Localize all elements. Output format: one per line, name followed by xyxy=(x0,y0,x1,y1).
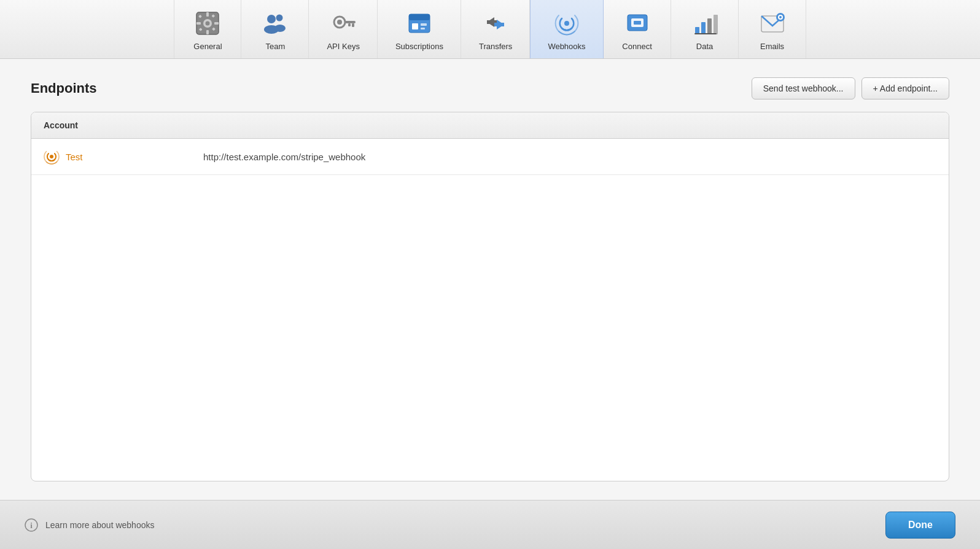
svg-point-14 xyxy=(274,25,286,32)
nav-label-general: General xyxy=(193,42,222,51)
nav-label-connect: Connect xyxy=(622,42,651,51)
table-empty-space xyxy=(31,175,949,347)
send-test-webhook-button[interactable]: Send test webhook... xyxy=(752,77,855,99)
nav-label-team: Team xyxy=(266,42,286,51)
svg-rect-18 xyxy=(352,23,354,27)
nav-label-subscriptions: Subscriptions xyxy=(395,42,443,51)
endpoint-name-link[interactable]: Test xyxy=(66,152,83,162)
emails-icon xyxy=(758,9,787,38)
team-icon xyxy=(260,9,290,38)
svg-point-29 xyxy=(564,21,569,26)
svg-rect-21 xyxy=(409,14,430,20)
svg-rect-4 xyxy=(206,30,209,34)
svg-rect-34 xyxy=(701,22,706,34)
footer-info: i Learn more about webhooks xyxy=(25,518,154,532)
nav-label-data: Data xyxy=(696,42,713,51)
connect-icon xyxy=(623,9,652,38)
nav-item-transfers[interactable]: Transfers xyxy=(461,0,530,58)
svg-rect-24 xyxy=(421,28,425,29)
footer-info-text: Learn more about webhooks xyxy=(45,520,154,530)
svg-rect-35 xyxy=(707,18,712,34)
section-header: Endpoints Send test webhook... + Add end… xyxy=(31,77,949,99)
svg-rect-28 xyxy=(494,23,504,26)
table-header: Account xyxy=(31,112,949,139)
api-keys-icon xyxy=(329,9,358,38)
svg-point-16 xyxy=(337,20,342,25)
webhook-signal-icon xyxy=(44,149,60,165)
header-actions: Send test webhook... + Add endpoint... xyxy=(752,77,949,99)
nav-label-emails: Emails xyxy=(760,42,784,51)
nav-item-api-keys[interactable]: API Keys xyxy=(309,0,377,58)
svg-rect-36 xyxy=(714,15,718,34)
nav-item-connect[interactable]: Connect xyxy=(604,0,671,58)
webhooks-icon xyxy=(552,9,581,38)
top-navigation: General Team API Keys xyxy=(0,0,980,59)
svg-point-11 xyxy=(267,15,276,23)
data-icon xyxy=(690,9,720,38)
svg-rect-5 xyxy=(196,22,201,25)
table-row[interactable]: Test http://test.example.com/stripe_webh… xyxy=(31,139,949,175)
nav-item-data[interactable]: Data xyxy=(671,0,739,58)
svg-rect-19 xyxy=(348,23,351,26)
svg-rect-32 xyxy=(634,21,641,25)
svg-point-2 xyxy=(206,21,210,26)
info-icon: i xyxy=(25,518,38,532)
svg-rect-23 xyxy=(421,23,427,26)
nav-item-subscriptions[interactable]: Subscriptions xyxy=(378,0,461,58)
svg-text:i: i xyxy=(30,521,33,530)
svg-rect-3 xyxy=(206,12,209,17)
nav-item-emails[interactable]: Emails xyxy=(739,0,806,58)
svg-rect-37 xyxy=(694,33,717,34)
endpoint-name-cell: Test xyxy=(44,149,203,165)
svg-point-41 xyxy=(779,16,782,18)
transfers-icon xyxy=(481,9,510,38)
main-content: Endpoints Send test webhook... + Add end… xyxy=(0,59,980,500)
nav-item-webhooks[interactable]: Webhooks xyxy=(530,0,603,58)
nav-item-general[interactable]: General xyxy=(174,0,241,58)
svg-rect-17 xyxy=(344,21,356,23)
table-column-account: Account xyxy=(44,120,78,130)
done-button[interactable]: Done xyxy=(885,512,955,539)
add-endpoint-button[interactable]: + Add endpoint... xyxy=(861,77,949,99)
svg-rect-6 xyxy=(214,22,219,25)
subscriptions-icon xyxy=(405,9,434,38)
nav-label-api-keys: API Keys xyxy=(327,42,359,51)
nav-label-webhooks: Webhooks xyxy=(548,42,585,51)
nav-item-team[interactable]: Team xyxy=(241,0,309,58)
section-title: Endpoints xyxy=(31,80,97,96)
svg-rect-22 xyxy=(412,23,418,29)
footer: i Learn more about webhooks Done xyxy=(0,500,980,549)
endpoints-table: Account Test http://test.example.com/str… xyxy=(31,112,949,481)
svg-point-42 xyxy=(50,155,53,158)
general-icon xyxy=(193,9,222,38)
endpoint-url: http://test.example.com/stripe_webhook xyxy=(203,152,365,162)
nav-label-transfers: Transfers xyxy=(479,42,512,51)
svg-point-12 xyxy=(276,15,283,21)
